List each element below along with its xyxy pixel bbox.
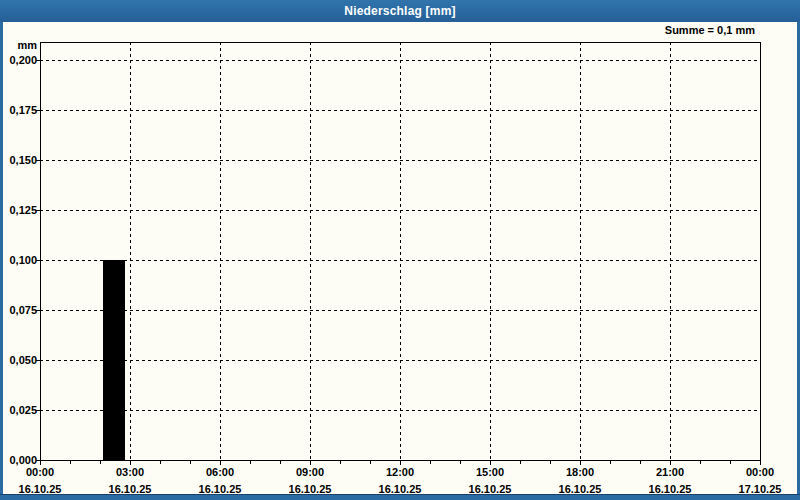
sum-annotation-label: Summe = 0,1 mm — [665, 24, 755, 36]
window-border-bottom — [0, 494, 800, 500]
window-title: Niederschlag [mm] — [344, 4, 455, 18]
y-tick-label: 0,025 — [9, 404, 37, 416]
y-tick-label: 0,050 — [9, 354, 37, 366]
window-border-left — [0, 22, 3, 500]
y-tick-label: 0,175 — [9, 104, 37, 116]
x-tick-time-label: 00:00 — [746, 466, 774, 478]
x-tick-time-label: 00:00 — [26, 466, 54, 478]
x-tick-time-label: 12:00 — [386, 466, 414, 478]
y-axis-unit-label: mm — [17, 39, 37, 51]
y-tick-label: 0,100 — [9, 254, 37, 266]
x-tick-time-label: 06:00 — [206, 466, 234, 478]
y-tick-label: 0,075 — [9, 304, 37, 316]
window-title-bar[interactable]: Niederschlag [mm] — [0, 0, 800, 22]
x-tick-time-label: 15:00 — [476, 466, 504, 478]
precipitation-bar — [103, 260, 125, 460]
x-tick-time-label: 03:00 — [116, 466, 144, 478]
x-tick-time-label: 18:00 — [566, 466, 594, 478]
precipitation-chart: Summe = 0,1 mm mm 0,0000,0250,0500,0750,… — [0, 0, 800, 500]
precipitation-chart-window: Niederschlag [mm] Summe = 0,1 mm mm 0,00… — [0, 0, 800, 500]
x-tick-time-label: 09:00 — [296, 466, 324, 478]
y-tick-label: 0,150 — [9, 154, 37, 166]
y-tick-label: 0,125 — [9, 204, 37, 216]
y-tick-label: 0,000 — [9, 454, 37, 466]
x-tick-time-label: 21:00 — [656, 466, 684, 478]
y-tick-label: 0,200 — [9, 54, 37, 66]
chart-plot-area: 0,0000,0250,0500,0750,1000,1250,1500,175… — [9, 42, 781, 495]
